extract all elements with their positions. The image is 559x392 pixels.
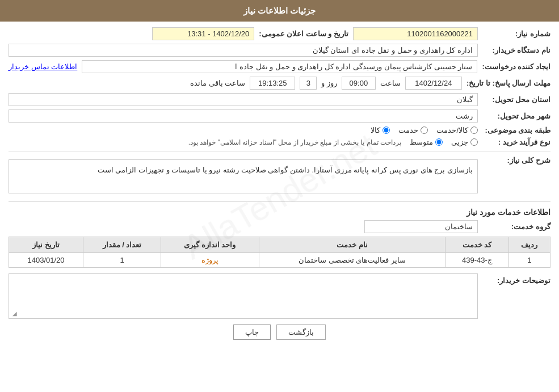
description-row: شرح کلی نیاز: بازسازی برج های نوری پس کر…	[9, 156, 550, 197]
cell-need-date: 1403/01/20	[9, 253, 83, 268]
divider-2	[9, 201, 550, 202]
radio-motaset[interactable]: متوسط	[410, 138, 443, 146]
radio-kala-input[interactable]	[383, 127, 390, 134]
city-row: شهر محل تحویل: رشت	[9, 109, 550, 123]
services-section-title: اطلاعات خدمات مورد نیاز	[9, 208, 550, 217]
buyer-org-row: نام دستگاه خریدار: اداره کل راهداری و حم…	[9, 44, 550, 57]
purchase-note: پرداخت تمام یا بخشی از مبلغ خریدار از مح…	[188, 138, 401, 146]
purchase-type-label: نوع فرآیند خرید :	[482, 138, 550, 146]
cell-service-code: ج-43-439	[445, 253, 508, 268]
deadline-days: 3	[300, 77, 317, 90]
announce-label: تاریخ و ساعت اعلان عمومی:	[259, 29, 348, 38]
deadline-label: مهلت ارسال پاسخ: تا تاریخ:	[466, 79, 550, 87]
buyer-org-value: اداره کل راهداری و حمل و نقل جاده ای است…	[9, 44, 478, 57]
col-service-code: کد خدمت	[445, 237, 508, 253]
category-label: طبقه بندی موضوعی:	[482, 126, 550, 134]
city-value: رشت	[9, 109, 478, 123]
divider-1	[9, 151, 550, 151]
radio-khedmat-label: خدمت	[398, 126, 418, 134]
category-radio-group: کالا/خدمت خدمت کالا	[371, 126, 478, 134]
creator-value: ستار حسینی کارشناس پیمان ورسیدگی اداره ک…	[82, 60, 477, 73]
cell-unit: پروژه	[161, 253, 259, 268]
need-number-label: شماره نیاز:	[482, 29, 550, 38]
page-header: جزئیات اطلاعات نیاز	[0, 0, 559, 22]
service-group-label: گروه خدمت:	[482, 222, 550, 231]
buttons-row: بازگشت چاپ	[9, 324, 550, 340]
buyer-notes-section: توضیحات خریدار: ◢	[9, 273, 550, 319]
deadline-day-label: روز و	[321, 79, 337, 87]
creator-row: ایجاد کننده درخواست: ستار حسینی کارشناس …	[9, 60, 550, 73]
radio-jozvi-label: جزیی	[451, 138, 468, 146]
creator-label: ایجاد کننده درخواست:	[482, 62, 550, 71]
resize-handle: ◢	[10, 310, 17, 317]
col-quantity: تعداد / مقدار	[83, 237, 161, 253]
radio-khedmat-input[interactable]	[421, 127, 428, 134]
cell-row-num: 1	[508, 253, 550, 268]
print-button[interactable]: چاپ	[233, 324, 271, 340]
service-group-value: ساختمان	[364, 220, 478, 233]
province-value: گیلان	[9, 93, 478, 106]
cell-quantity: 1	[83, 253, 161, 268]
deadline-row: مهلت ارسال پاسخ: تا تاریخ: 1402/12/24 سا…	[9, 77, 550, 90]
radio-jozvi[interactable]: جزیی	[451, 138, 478, 146]
radio-motaset-input[interactable]	[435, 138, 443, 146]
category-row: طبقه بندی موضوعی: کالا/خدمت خدمت کالا	[9, 126, 550, 134]
province-label: استان محل تحویل:	[482, 95, 550, 104]
purchase-type-row: نوع فرآیند خرید : جزیی متوسط پرداخت تمام…	[9, 138, 550, 146]
province-row: استان محل تحویل: گیلان	[9, 93, 550, 106]
deadline-remaining: 19:13:25	[250, 77, 295, 90]
description-label: شرح کلی نیاز:	[482, 156, 550, 165]
col-need-date: تاریخ نیاز	[9, 237, 83, 253]
service-group-row: گروه خدمت: ساختمان	[9, 220, 550, 233]
radio-kala-khedmat[interactable]: کالا/خدمت	[436, 126, 478, 134]
table-row: 1 ج-43-439 سایر فعالیت‌های تخصصی ساختمان…	[9, 253, 550, 268]
services-table: ردیف کد خدمت نام خدمت واحد اندازه گیری ت…	[9, 237, 550, 268]
radio-jozvi-input[interactable]	[470, 138, 478, 146]
buyer-org-label: نام دستگاه خریدار:	[482, 46, 550, 54]
col-service-name: نام خدمت	[259, 237, 445, 253]
buyer-notes-box: ◢	[9, 273, 478, 319]
announce-value: 1402/12/20 - 13:31	[152, 27, 254, 40]
col-row-num: ردیف	[508, 237, 550, 253]
creator-contact-link[interactable]: اطلاعات تماس خریدار	[9, 62, 77, 71]
purchase-type-radio-group: جزیی متوسط پرداخت تمام یا بخشی از مبلغ خ…	[188, 138, 478, 146]
radio-kala-khedmat-label: کالا/خدمت	[436, 126, 468, 134]
city-label: شهر محل تحویل:	[482, 112, 550, 120]
radio-kala[interactable]: کالا	[371, 126, 390, 134]
need-number-row: شماره نیاز: 1102001162000221 تاریخ و ساع…	[9, 27, 550, 40]
radio-khedmat[interactable]: خدمت	[398, 126, 428, 134]
deadline-remaining-label: ساعت باقی مانده	[190, 79, 245, 87]
radio-kala-label: کالا	[371, 126, 380, 134]
buyer-notes-label: توضیحات خریدار:	[482, 273, 550, 285]
page-title: جزئیات اطلاعات نیاز	[243, 6, 316, 15]
deadline-date: 1402/12/24	[405, 77, 462, 90]
col-unit: واحد اندازه گیری	[161, 237, 259, 253]
deadline-time-label: ساعت	[380, 79, 401, 87]
radio-motaset-label: متوسط	[410, 138, 433, 146]
description-value: بازسازی برج های نوری پس کرانه پایانه مرز…	[9, 159, 478, 193]
back-button[interactable]: بازگشت	[276, 324, 326, 340]
deadline-time: 09:00	[342, 77, 376, 90]
need-number-value: 1102001162000221	[353, 27, 478, 40]
radio-kala-khedmat-input[interactable]	[470, 127, 478, 134]
cell-service-name: سایر فعالیت‌های تخصصی ساختمان	[259, 253, 445, 268]
